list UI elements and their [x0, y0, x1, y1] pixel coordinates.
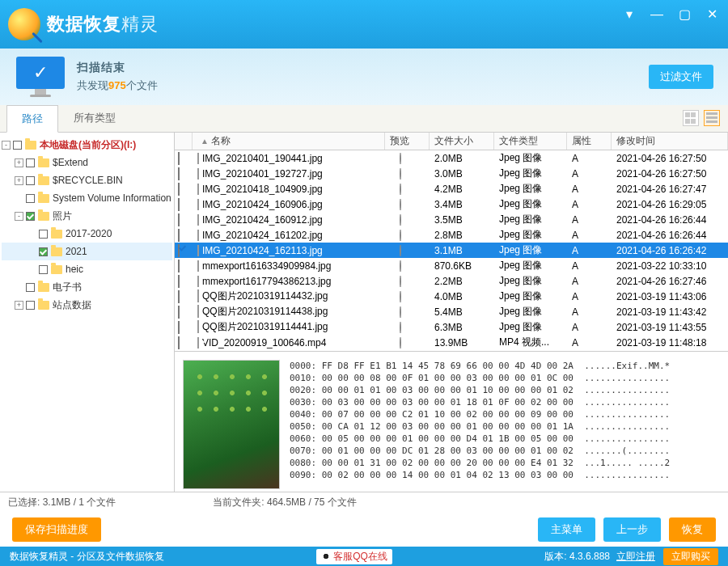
file-checkbox[interactable] [178, 198, 180, 211]
magnifier-icon[interactable] [400, 214, 401, 226]
file-checkbox[interactable] [178, 290, 180, 303]
file-checkbox[interactable] [178, 306, 180, 319]
file-row[interactable]: IMG_20210424_162113.jpg3.1MBJpeg 图像A2021… [175, 243, 728, 258]
file-row[interactable]: IMG_20210401_190441.jpg2.0MBJpeg 图像A2021… [175, 150, 728, 166]
tree-item[interactable]: +$Extend [2, 154, 172, 171]
file-row[interactable]: VID_20200919_100646.mp413.9MBMP4 视频...A2… [175, 335, 728, 350]
tree-expander[interactable] [15, 194, 23, 203]
tree-item[interactable]: +站点数据 [2, 296, 172, 314]
magnifier-icon[interactable] [400, 230, 401, 241]
main-menu-button[interactable]: 主菜单 [538, 517, 595, 542]
folder-icon [38, 158, 49, 167]
tree-checkbox[interactable] [39, 265, 48, 274]
tree-checkbox[interactable] [39, 247, 48, 256]
magnifier-icon[interactable] [400, 245, 401, 256]
tree-expander[interactable]: - [2, 141, 11, 150]
tree-expander[interactable]: + [15, 158, 23, 167]
tree-checkbox[interactable] [26, 194, 35, 203]
file-checkbox[interactable] [178, 336, 180, 349]
tree-checkbox[interactable] [26, 212, 35, 221]
file-list[interactable]: IMG_20210401_190441.jpg2.0MBJpeg 图像A2021… [175, 150, 728, 351]
col-modified[interactable]: 修改时间 [612, 133, 728, 150]
file-checkbox[interactable] [178, 275, 180, 288]
tree-checkbox[interactable] [39, 230, 48, 239]
buy-button[interactable]: 立即购买 [663, 548, 718, 565]
magnifier-icon[interactable] [400, 276, 401, 287]
tree-item[interactable]: -本地磁盘(当前分区)(I:) [2, 136, 172, 154]
tree-expander[interactable] [28, 230, 36, 239]
file-row[interactable]: IMG_20210424_161202.jpg2.8MBJpeg 图像A2021… [175, 227, 728, 243]
file-row[interactable]: QQ图片20210319114432.jpg4.0MBJpeg 图像A2021-… [175, 289, 728, 304]
register-link[interactable]: 立即注册 [616, 550, 655, 564]
tree-checkbox[interactable] [26, 158, 35, 167]
magnifier-icon[interactable] [400, 168, 401, 180]
file-checkbox[interactable] [178, 260, 180, 272]
tab-all-types[interactable]: 所有类型 [58, 104, 131, 132]
magnifier-icon[interactable] [400, 199, 401, 210]
tree-expander[interactable]: + [15, 301, 23, 310]
file-row[interactable]: mmexport1617794386213.jpg2.2MBJpeg 图像A20… [175, 273, 728, 289]
file-checkbox[interactable] [178, 244, 180, 257]
tree-item[interactable]: heic [2, 260, 172, 278]
folder-tree[interactable]: -本地磁盘(当前分区)(I:)+$Extend+$RECYCLE.BINSyst… [0, 133, 175, 492]
magnifier-icon[interactable] [400, 322, 401, 333]
file-row[interactable]: IMG_20210401_192727.jpg3.0MBJpeg 图像A2021… [175, 166, 728, 181]
tree-item[interactable]: 电子书 [2, 278, 172, 296]
qq-support-button[interactable]: 客服QQ在线 [316, 549, 392, 564]
tree-expander[interactable]: + [15, 176, 23, 185]
file-name: mmexport1617794386213.jpg [202, 276, 331, 287]
tree-expander[interactable] [28, 247, 36, 256]
file-row[interactable]: IMG_20210418_104909.jpg4.2MBJpeg 图像A2021… [175, 181, 728, 196]
magnifier-icon[interactable] [400, 153, 401, 164]
preview-panel: 0000: FF D8 FF E1 B1 14 45 78 69 66 00 0… [175, 351, 728, 492]
file-checkbox[interactable] [178, 229, 180, 242]
file-row[interactable]: mmexport1616334909984.jpg870.6KBJpeg 图像A… [175, 258, 728, 273]
recover-button[interactable]: 恢复 [669, 517, 716, 542]
file-checkbox[interactable] [178, 152, 180, 165]
file-row[interactable]: QQ图片20210319114438.jpg5.4MBJpeg 图像A2021-… [175, 304, 728, 319]
file-checkbox[interactable] [178, 213, 180, 226]
file-name: IMG_20210424_162113.jpg [202, 245, 323, 256]
col-attr[interactable]: 属性 [567, 133, 612, 150]
tree-expander[interactable] [28, 265, 36, 274]
tree-checkbox[interactable] [13, 141, 22, 150]
tab-path[interactable]: 路径 [6, 105, 58, 133]
tree-item[interactable]: +$RECYCLE.BIN [2, 171, 172, 189]
view-list-button[interactable] [704, 110, 720, 126]
magnifier-icon[interactable] [400, 184, 401, 195]
tree-checkbox[interactable] [26, 301, 35, 310]
col-name[interactable]: ▲ 名称 [193, 133, 385, 150]
tree-item[interactable]: 2021 [2, 243, 172, 260]
col-type[interactable]: 文件类型 [494, 133, 567, 150]
tree-item[interactable]: -照片 [2, 207, 172, 225]
tree-item[interactable]: System Volume Information [2, 189, 172, 207]
tree-expander[interactable]: - [15, 212, 23, 221]
magnifier-icon[interactable] [400, 260, 401, 272]
file-checkbox[interactable] [178, 321, 180, 334]
dropdown-icon[interactable]: ▾ [621, 6, 637, 23]
tree-checkbox[interactable] [26, 283, 35, 292]
save-progress-button[interactable]: 保存扫描进度 [12, 517, 101, 542]
prev-step-button[interactable]: 上一步 [603, 517, 661, 542]
col-preview[interactable]: 预览 [385, 133, 430, 150]
file-checkbox[interactable] [178, 167, 180, 180]
magnifier-icon[interactable] [400, 337, 401, 348]
filter-files-button[interactable]: 过滤文件 [649, 65, 713, 89]
minimize-button[interactable]: — [649, 6, 665, 23]
col-size[interactable]: 文件大小 [430, 133, 494, 150]
tree-checkbox[interactable] [26, 176, 35, 185]
file-size: 2.0MB [430, 153, 494, 164]
file-checkbox[interactable] [178, 183, 180, 196]
close-button[interactable]: ✕ [704, 6, 720, 23]
file-row[interactable]: IMG_20210424_160906.jpg3.4MBJpeg 图像A2021… [175, 196, 728, 212]
tree-expander[interactable] [15, 283, 23, 292]
col-checkbox[interactable] [175, 133, 193, 150]
maximize-button[interactable]: ▢ [676, 6, 692, 23]
file-row[interactable]: IMG_20210424_160912.jpg3.5MBJpeg 图像A2021… [175, 212, 728, 227]
file-row[interactable]: QQ图片20210319114441.jpg6.3MBJpeg 图像A2021-… [175, 319, 728, 335]
magnifier-icon[interactable] [400, 306, 401, 318]
file-attr: A [567, 153, 612, 164]
tree-item[interactable]: 2017-2020 [2, 225, 172, 243]
view-grid-button[interactable] [683, 110, 699, 126]
magnifier-icon[interactable] [400, 291, 401, 302]
